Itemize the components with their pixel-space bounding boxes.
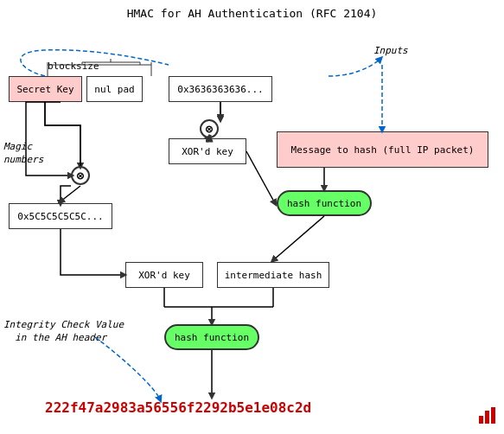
- nul-pad-box: nul pad: [86, 76, 143, 102]
- bar-chart-icon: [478, 405, 497, 427]
- secret-key-box: Secret Key: [9, 76, 82, 102]
- svg-rect-1: [485, 411, 489, 424]
- svg-line-21: [273, 216, 324, 260]
- integrity-check-label: Integrity Check Value in the AH header: [3, 318, 124, 345]
- svg-rect-2: [491, 407, 495, 424]
- diagram: HMAC for AH Authentication (RFC 2104) Se…: [0, 0, 504, 434]
- hex-3636-box: 0x3636363636...: [169, 76, 272, 102]
- xor-top: ⊗: [200, 119, 219, 138]
- xor-left: ⊗: [71, 166, 90, 185]
- page-title: HMAC for AH Authentication (RFC 2104): [0, 0, 504, 20]
- blocksize-label: blocksize: [48, 61, 99, 72]
- svg-line-19: [246, 151, 275, 203]
- hash-func-bot-box: hash function: [164, 324, 259, 350]
- message-hash-box: Message to hash (full IP packet): [277, 131, 488, 168]
- inputs-label: Inputs: [373, 45, 408, 56]
- svg-rect-0: [479, 416, 483, 424]
- hex-5c5c-box: 0x5C5C5C5C5C...: [9, 203, 112, 229]
- xord-key-top-box: XOR'd key: [169, 138, 246, 164]
- svg-line-22: [61, 186, 80, 201]
- hash-output: 222f47a2983a56556f2292b5e1e08c2d: [45, 399, 311, 416]
- magic-numbers-label: Magicnumbers: [3, 140, 43, 167]
- xord-key-bot-box: XOR'd key: [125, 262, 203, 288]
- hash-func-top-box: hash function: [277, 190, 372, 216]
- intermediate-hash-box: intermediate hash: [217, 262, 329, 288]
